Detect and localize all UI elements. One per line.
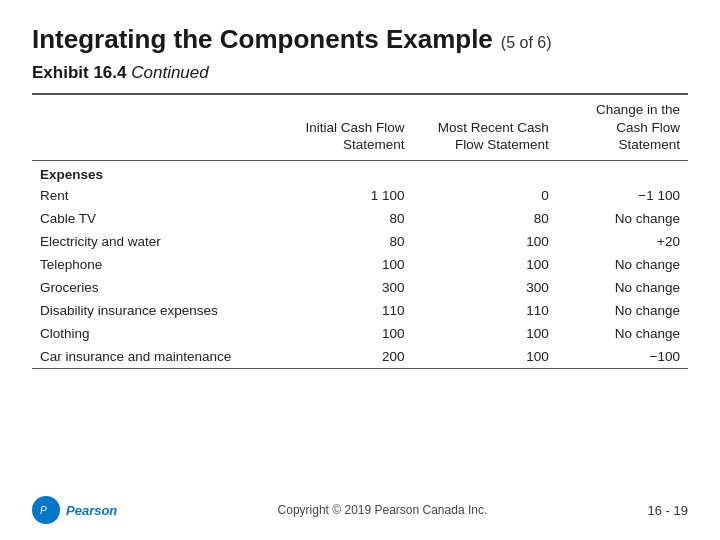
col-header-initial: Initial Cash FlowStatement: [281, 95, 412, 160]
page-number: 16 - 19: [648, 503, 688, 518]
table-header-row: Initial Cash FlowStatement Most Recent C…: [32, 95, 688, 160]
row-col2: 110: [281, 299, 412, 322]
row-label: Electricity and water: [32, 230, 281, 253]
table-row: Telephone100100No change: [32, 253, 688, 276]
row-col4: No change: [557, 253, 688, 276]
table-row: Cable TV8080No change: [32, 207, 688, 230]
row-col3: 0: [412, 184, 556, 207]
row-col3: 100: [412, 322, 556, 345]
row-col3: 100: [412, 230, 556, 253]
table-row: Clothing100100No change: [32, 322, 688, 345]
footer: P Pearson Copyright © 2019 Pearson Canad…: [32, 490, 688, 524]
row-label: Disability insurance expenses: [32, 299, 281, 322]
row-col4: No change: [557, 322, 688, 345]
row-col4: No change: [557, 299, 688, 322]
table-row: Rent1 1000−1 100: [32, 184, 688, 207]
exhibit-title: Exhibit 16.4 Continued: [32, 63, 688, 83]
pearson-logo: P Pearson: [32, 496, 117, 524]
col-header-recent: Most Recent CashFlow Statement: [412, 95, 556, 160]
row-label: Car insurance and maintenance: [32, 345, 281, 369]
row-col2: 300: [281, 276, 412, 299]
page: Integrating the Components Example (5 of…: [0, 0, 720, 540]
row-col2: 80: [281, 230, 412, 253]
row-label: Rent: [32, 184, 281, 207]
svg-text:P: P: [40, 505, 47, 516]
row-col4: −100: [557, 345, 688, 369]
subtitle-num: (5 of 6): [501, 34, 552, 52]
row-label: Telephone: [32, 253, 281, 276]
row-col3: 300: [412, 276, 556, 299]
pearson-text: Pearson: [66, 503, 117, 518]
table-row: Electricity and water80100+20: [32, 230, 688, 253]
row-label: Clothing: [32, 322, 281, 345]
row-col2: 80: [281, 207, 412, 230]
row-col3: 80: [412, 207, 556, 230]
table-row: Disability insurance expenses110110No ch…: [32, 299, 688, 322]
expenses-label: Expenses: [32, 160, 688, 184]
row-label: Groceries: [32, 276, 281, 299]
row-col2: 200: [281, 345, 412, 369]
row-col4: No change: [557, 276, 688, 299]
exhibit-continuation: Continued: [131, 63, 209, 82]
row-col4: −1 100: [557, 184, 688, 207]
col-header-change: Change in theCash FlowStatement: [557, 95, 688, 160]
table-row: Groceries300300No change: [32, 276, 688, 299]
data-table: Initial Cash FlowStatement Most Recent C…: [32, 95, 688, 369]
row-col2: 100: [281, 322, 412, 345]
row-col4: No change: [557, 207, 688, 230]
row-col3: 110: [412, 299, 556, 322]
row-col3: 100: [412, 345, 556, 369]
row-col2: 100: [281, 253, 412, 276]
col-header-label: [32, 95, 281, 160]
main-title: Integrating the Components Example (5 of…: [32, 24, 688, 55]
table-row: Car insurance and maintenance200100−100: [32, 345, 688, 369]
copyright-text: Copyright © 2019 Pearson Canada Inc.: [278, 503, 488, 517]
row-label: Cable TV: [32, 207, 281, 230]
exhibit-label: Exhibit 16.4: [32, 63, 126, 82]
row-col3: 100: [412, 253, 556, 276]
title-text: Integrating the Components Example: [32, 24, 493, 55]
section-header-expenses: Expenses: [32, 160, 688, 184]
row-col4: +20: [557, 230, 688, 253]
row-col2: 1 100: [281, 184, 412, 207]
pearson-logo-icon: P: [37, 501, 55, 519]
pearson-logo-circle: P: [32, 496, 60, 524]
